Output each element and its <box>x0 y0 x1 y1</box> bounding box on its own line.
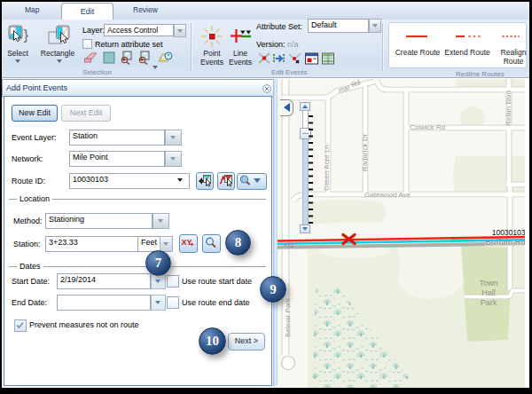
svg-text:Hall: Hall <box>481 288 496 297</box>
svg-text:+: + <box>140 57 144 63</box>
svg-text:Town: Town <box>479 279 497 288</box>
svg-text:Radarick Dr: Radarick Dr <box>361 134 369 172</box>
svg-text:Colwick Rd: Colwick Rd <box>410 123 445 131</box>
svg-text:10030103: 10030103 <box>492 228 525 237</box>
svg-text:}: } <box>24 27 29 43</box>
svg-text:Gatewood Ave: Gatewood Ave <box>364 191 411 199</box>
svg-text:Rellim Blvd: Rellim Blvd <box>505 91 512 126</box>
svg-text:Belmar Park: Belmar Park <box>284 297 292 337</box>
svg-text:Park: Park <box>481 298 497 307</box>
svg-text:+: + <box>122 57 126 63</box>
svg-text:mar Rd: mar Rd <box>337 79 362 95</box>
svg-text:+33: +33 <box>284 242 293 248</box>
svg-text:Green Acre Ln: Green Acre Ln <box>323 145 331 191</box>
